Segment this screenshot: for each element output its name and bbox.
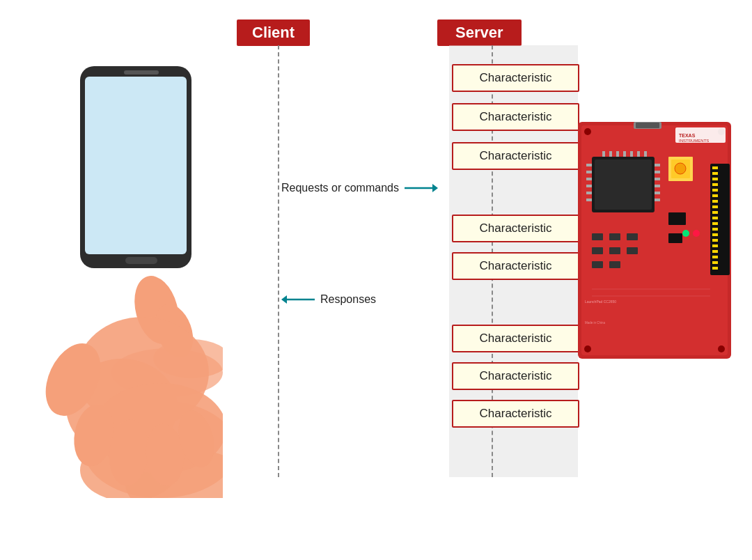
svg-rect-74 xyxy=(712,261,718,264)
svg-point-25 xyxy=(584,128,591,135)
characteristic-box-5: Characteristic xyxy=(452,325,579,352)
svg-rect-50 xyxy=(630,151,633,157)
svg-marker-3 xyxy=(281,295,287,304)
svg-point-89 xyxy=(693,230,700,237)
svg-rect-61 xyxy=(712,189,718,192)
svg-rect-68 xyxy=(712,228,718,231)
svg-rect-44 xyxy=(655,192,660,194)
svg-rect-80 xyxy=(609,247,620,254)
characteristic-box-2: Characteristic xyxy=(452,142,579,170)
svg-rect-41 xyxy=(655,171,660,173)
svg-rect-38 xyxy=(586,192,592,194)
svg-rect-10 xyxy=(85,77,187,254)
characteristic-box-6: Characteristic xyxy=(452,362,579,390)
svg-rect-37 xyxy=(586,185,592,187)
svg-rect-12 xyxy=(125,257,157,264)
svg-rect-59 xyxy=(712,178,718,180)
svg-rect-90 xyxy=(668,212,686,225)
svg-rect-66 xyxy=(712,217,718,219)
svg-rect-51 xyxy=(637,151,640,157)
svg-rect-65 xyxy=(712,211,718,214)
phone-illustration xyxy=(21,38,223,498)
svg-rect-76 xyxy=(592,233,603,240)
svg-rect-72 xyxy=(712,250,718,253)
requests-label: Requests or commands xyxy=(281,182,399,194)
characteristic-box-0: Characteristic xyxy=(452,64,579,92)
characteristic-box-3: Characteristic xyxy=(452,215,579,242)
svg-rect-77 xyxy=(609,233,620,240)
scene: Client Server CharacteristicCharacterist… xyxy=(0,0,752,560)
svg-rect-75 xyxy=(712,267,718,270)
svg-rect-78 xyxy=(627,233,638,240)
svg-rect-35 xyxy=(586,171,592,173)
svg-marker-1 xyxy=(432,184,438,192)
characteristic-box-1: Characteristic xyxy=(452,103,579,131)
client-label: Client xyxy=(237,20,310,46)
svg-rect-83 xyxy=(609,261,620,268)
svg-text:LaunchPad CC2650: LaunchPad CC2650 xyxy=(585,300,616,304)
svg-rect-71 xyxy=(712,244,718,247)
left-arrow-icon xyxy=(281,293,315,306)
svg-rect-63 xyxy=(712,200,718,203)
svg-rect-82 xyxy=(592,261,603,268)
svg-text:Made in China: Made in China xyxy=(585,321,606,325)
svg-rect-62 xyxy=(712,194,718,197)
requests-row: Requests or commands xyxy=(281,181,438,195)
characteristic-box-7: Characteristic xyxy=(452,400,579,428)
svg-rect-48 xyxy=(616,151,619,157)
svg-rect-73 xyxy=(712,256,718,258)
svg-rect-70 xyxy=(712,239,718,242)
svg-rect-42 xyxy=(655,178,660,180)
svg-rect-81 xyxy=(627,247,638,254)
svg-rect-36 xyxy=(586,178,592,180)
svg-rect-49 xyxy=(623,151,626,157)
svg-point-55 xyxy=(675,163,686,174)
svg-rect-85 xyxy=(636,123,659,128)
svg-rect-57 xyxy=(712,166,718,169)
svg-rect-91 xyxy=(668,233,682,243)
svg-rect-39 xyxy=(586,199,592,201)
svg-rect-33 xyxy=(595,160,652,210)
responses-row: Responses xyxy=(281,293,376,306)
svg-text:INSTRUMENTS: INSTRUMENTS xyxy=(679,139,709,143)
svg-point-28 xyxy=(718,345,725,352)
characteristic-box-4: Characteristic xyxy=(452,252,579,280)
svg-rect-45 xyxy=(655,199,660,201)
svg-rect-11 xyxy=(124,70,159,75)
svg-rect-58 xyxy=(712,172,718,175)
client-dashed-line xyxy=(278,45,279,477)
svg-rect-40 xyxy=(655,164,660,166)
svg-point-27 xyxy=(584,345,591,352)
server-label: Server xyxy=(437,20,522,46)
svg-rect-79 xyxy=(592,247,603,254)
svg-rect-34 xyxy=(586,164,592,166)
pcb-board: TEXAS INSTRUMENTS xyxy=(578,122,731,359)
svg-text:TEXAS: TEXAS xyxy=(679,133,696,138)
svg-rect-47 xyxy=(609,151,612,157)
svg-rect-69 xyxy=(712,233,718,236)
right-arrow-icon xyxy=(405,181,438,195)
svg-rect-52 xyxy=(644,151,647,157)
svg-rect-67 xyxy=(712,222,718,225)
svg-rect-64 xyxy=(712,205,718,208)
responses-label: Responses xyxy=(320,293,376,306)
svg-rect-43 xyxy=(655,185,660,187)
svg-rect-60 xyxy=(712,183,718,186)
svg-point-88 xyxy=(682,230,689,237)
svg-rect-46 xyxy=(602,151,605,157)
